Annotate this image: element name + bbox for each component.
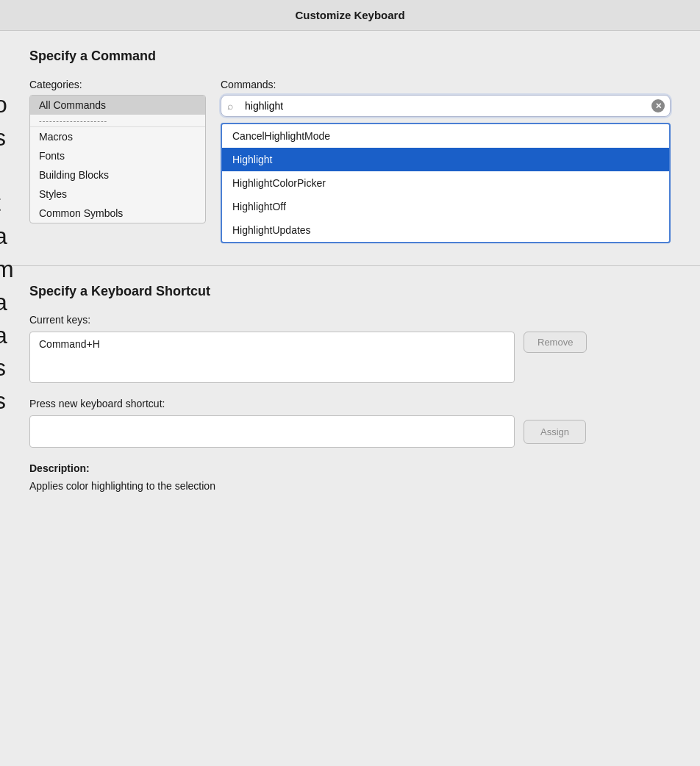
- current-keys-label: Current keys:: [29, 314, 671, 326]
- command-item-highlight-updates[interactable]: HighlightUpdates: [222, 218, 669, 242]
- command-item-highlight-color-picker[interactable]: HighlightColorPicker: [222, 171, 669, 195]
- window-title: Customize Keyboard: [295, 9, 404, 21]
- new-shortcut-row: Assign: [29, 415, 671, 448]
- current-keys-row: Command+H Remove: [29, 332, 671, 383]
- category-item-common-symbols[interactable]: Common Symbols: [30, 204, 205, 223]
- search-wrapper: ⌕ ✕: [221, 95, 671, 117]
- commands-column: Commands: ⌕ ✕ CancelHighlightMode Highli…: [221, 79, 671, 243]
- clear-search-button[interactable]: ✕: [651, 99, 665, 112]
- category-item-macros[interactable]: Macros: [30, 127, 205, 146]
- categories-column: Categories: All Commands ---------------…: [29, 79, 206, 223]
- title-bar: Customize Keyboard: [0, 0, 700, 31]
- specify-command-title: Specify a Command: [29, 49, 671, 64]
- categories-label: Categories:: [29, 79, 206, 90]
- command-item-cancel-highlight[interactable]: CancelHighlightMode: [222, 124, 669, 148]
- category-item-fonts[interactable]: Fonts: [30, 146, 205, 165]
- commands-dropdown: CancelHighlightMode Highlight HighlightC…: [221, 123, 671, 243]
- category-item-all-commands[interactable]: All Commands: [30, 96, 205, 115]
- assign-button[interactable]: Assign: [524, 420, 586, 444]
- specify-shortcut-title: Specify a Keyboard Shortcut: [29, 284, 671, 299]
- description-text: Applies color highlighting to the select…: [29, 480, 671, 492]
- current-keys-value: Command+H: [39, 338, 100, 350]
- command-item-highlight-off[interactable]: HighlightOff: [222, 195, 669, 218]
- categories-list: All Commands -------------------- Macros…: [29, 95, 206, 223]
- search-icon: ⌕: [227, 100, 233, 112]
- description-label: Description:: [29, 462, 671, 474]
- specify-shortcut-section: Specify a Keyboard Shortcut Current keys…: [0, 266, 700, 514]
- categories-divider: --------------------: [30, 115, 205, 127]
- remove-button[interactable]: Remove: [524, 332, 587, 353]
- command-item-highlight[interactable]: Highlight: [222, 148, 669, 171]
- category-item-styles[interactable]: Styles: [30, 185, 205, 204]
- commands-label: Commands:: [221, 79, 671, 90]
- command-columns: Categories: All Commands ---------------…: [29, 79, 671, 243]
- specify-command-section: Specify a Command Categories: All Comman…: [0, 31, 700, 265]
- press-new-label: Press new keyboard shortcut:: [29, 398, 671, 409]
- new-shortcut-input[interactable]: [29, 415, 515, 448]
- category-item-building-blocks[interactable]: Building Blocks: [30, 165, 205, 185]
- search-input[interactable]: [221, 95, 671, 117]
- current-keys-input: Command+H: [29, 332, 515, 383]
